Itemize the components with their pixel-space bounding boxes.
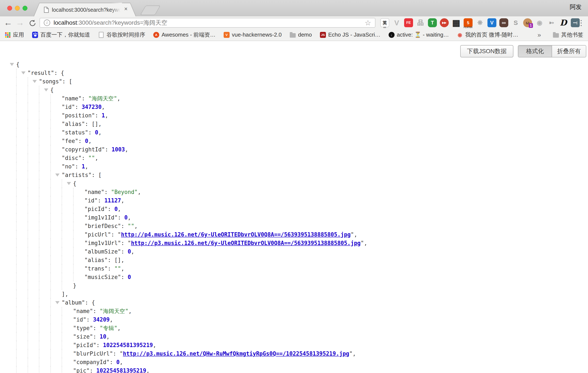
- indent-guide: [50, 213, 62, 222]
- indent-guide: [28, 256, 39, 264]
- indent-guide: [16, 145, 28, 154]
- json-number-value: 34209: [93, 316, 109, 323]
- collapse-toggle-icon[interactable]: [32, 80, 37, 83]
- close-window-button[interactable]: [7, 6, 12, 11]
- indent-guide: [39, 137, 50, 145]
- bookmark-star-icon[interactable]: ☆: [365, 19, 371, 27]
- json-line: {: [0, 86, 588, 94]
- sitemap-icon[interactable]: 品: [415, 16, 426, 29]
- bookmark-echo-js[interactable]: JSEcho JS - JavaScri…: [320, 32, 380, 38]
- json-punctuation: ,: [128, 214, 131, 221]
- json-line-content: "id": 34209,: [73, 315, 113, 324]
- collapse-all-button[interactable]: 折叠所有: [552, 45, 586, 57]
- paw-icon[interactable]: ❋: [474, 16, 486, 29]
- json-punctuation: :: [93, 333, 99, 340]
- blue-v-icon[interactable]: V: [486, 16, 498, 29]
- s-icon[interactable]: S: [510, 16, 522, 29]
- qr-code-icon[interactable]: ▦: [450, 16, 462, 29]
- collapse-toggle-icon[interactable]: [44, 88, 48, 91]
- browser-menu-icon[interactable]: ⋮: [576, 16, 586, 29]
- bookmark-google-sort[interactable]: 谷歌按时间排序: [98, 31, 145, 39]
- collapse-toggle-icon[interactable]: [21, 72, 25, 75]
- json-line-content: ],: [62, 290, 68, 298]
- json-key: "size": [73, 333, 93, 340]
- tampermonkey-icon[interactable]: T: [426, 16, 438, 29]
- indent-guide: [62, 222, 73, 230]
- json-link[interactable]: http://p4.music.126.net/6y-UleORITEDbvrO…: [121, 231, 351, 238]
- indent-guide: [16, 281, 28, 290]
- page-info-icon[interactable]: i: [44, 20, 50, 26]
- bird-icon[interactable]: ➳: [546, 16, 557, 29]
- json-punctuation: ,: [98, 129, 102, 136]
- browser-tab[interactable]: localhost:3000/search?keywor ×: [34, 3, 136, 16]
- bookmark-demo[interactable]: demo: [290, 32, 312, 38]
- download-json-button[interactable]: 下载JSON数据: [460, 45, 513, 57]
- indent-guide: [50, 128, 62, 137]
- json-line: "pic": 102254581395219,: [0, 366, 588, 373]
- fe-icon[interactable]: FE: [403, 16, 415, 29]
- json-string-value: "专辑": [100, 325, 117, 332]
- bookmark-active[interactable]: ↓active: ⏳ - waiting…: [388, 32, 449, 38]
- html5-player-icon[interactable]: 5PLAYER: [462, 16, 474, 29]
- vue-devtools-icon[interactable]: V: [391, 16, 403, 29]
- url-bar[interactable]: i localhost:3000/search?keywords=海阔天空 ☆: [40, 18, 375, 28]
- json-key: "songs": [39, 78, 62, 85]
- collapse-toggle-icon[interactable]: [55, 173, 60, 177]
- json-link[interactable]: http://p3.music.126.net/QHw-RuMwfQkmgtiy…: [123, 351, 349, 357]
- weibo-icon[interactable]: ◉: [534, 16, 546, 29]
- json-punctuation: :: [110, 359, 116, 365]
- collapse-toggle-icon[interactable]: [67, 182, 71, 185]
- reload-icon[interactable]: [27, 16, 38, 29]
- d-icon[interactable]: D: [557, 16, 569, 29]
- tab-close-icon[interactable]: ×: [124, 6, 127, 12]
- format-button[interactable]: 格式化: [518, 45, 552, 57]
- monkey-icon[interactable]: ω1: [522, 16, 534, 29]
- json-link[interactable]: http://p3.music.126.net/6y-UleORITEDbvrO…: [131, 240, 360, 246]
- url-domain: localhost: [53, 19, 77, 26]
- translate-icon[interactable]: 英en: [379, 16, 391, 29]
- indent-guide: [50, 256, 62, 264]
- a-badge-icon: A: [153, 32, 159, 38]
- bookmarks-overflow-chevron[interactable]: »: [537, 31, 541, 39]
- bookmark-google-sort-label: 谷歌按时间排序: [106, 31, 145, 39]
- bookmark-active-label: active: ⏳ - waiting…: [397, 32, 449, 38]
- indent-guide: [62, 307, 73, 315]
- json-punctuation: ,: [352, 351, 356, 357]
- json-line: "name": "海阔天空",: [0, 94, 588, 103]
- back-icon[interactable]: ←: [2, 16, 14, 29]
- indent-guide: [16, 264, 28, 273]
- bookmark-vue-hackernews[interactable]: Vvue-hackernews-2.0: [224, 32, 282, 38]
- profile-name[interactable]: 阿发: [570, 3, 582, 11]
- indent-guide: [28, 111, 39, 120]
- json-punctuation: :: [75, 163, 82, 170]
- incognito-mask-icon[interactable]: oo: [498, 16, 510, 29]
- new-tab-button[interactable]: [140, 6, 160, 15]
- fullscreen-window-button[interactable]: [22, 6, 27, 11]
- indent-guide: [28, 307, 39, 315]
- json-line: "img1v1Id": 0,: [0, 213, 588, 222]
- json-punctuation: ],: [62, 291, 68, 297]
- indent-guide: [50, 120, 62, 128]
- indent-guide: [39, 171, 50, 179]
- bookmark-baidu[interactable]: 百度一下，你就知道: [32, 31, 90, 39]
- bookmark-weibo[interactable]: ◉我的首页 微博-随时…: [457, 31, 518, 39]
- minimize-window-button[interactable]: [15, 6, 20, 11]
- indent-guide: [39, 145, 50, 154]
- json-line-content: {: [73, 179, 76, 188]
- collapse-toggle-icon[interactable]: [10, 63, 14, 66]
- json-punctuation: :: [98, 197, 104, 204]
- other-bookmarks-label: 其他书签: [561, 31, 583, 39]
- incognito-mask-icon-glyph: oo: [499, 18, 508, 27]
- other-bookmarks-folder[interactable]: 其他书签: [553, 31, 583, 39]
- indent-guide: [62, 196, 73, 205]
- indent-guide: [16, 230, 28, 239]
- bookmark-apps[interactable]: 应用: [5, 31, 24, 39]
- json-string-value: "": [128, 223, 134, 229]
- json-punctuation: :: [82, 95, 88, 102]
- url-text[interactable]: localhost:3000/search?keywords=海阔天空: [53, 19, 167, 27]
- collapse-toggle-icon[interactable]: [55, 301, 60, 304]
- video-speed-icon[interactable]: ▶▶: [438, 16, 450, 29]
- json-line: "picId": 0,: [0, 205, 588, 213]
- json-line: "album": {: [0, 298, 588, 307]
- bookmark-awesomes[interactable]: AAwesomes - 前端资…: [153, 31, 216, 39]
